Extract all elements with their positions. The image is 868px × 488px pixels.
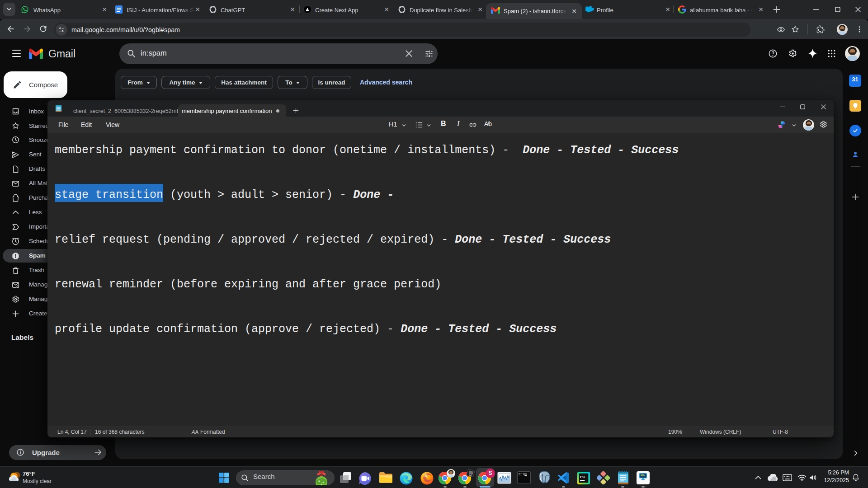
svg-text:PC: PC <box>580 475 585 479</box>
